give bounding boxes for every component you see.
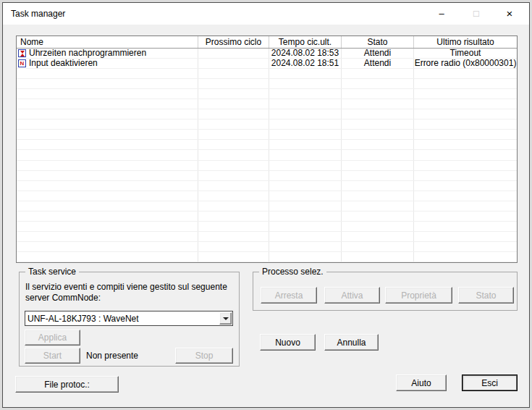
column-header-stato[interactable]: Stato [342, 36, 414, 48]
chevron-down-icon [223, 317, 229, 320]
selected-process-group-title: Processo selez. [259, 267, 326, 277]
service-status-text: Non presente [86, 351, 138, 361]
state-button[interactable]: Stato [458, 287, 514, 304]
stop-process-button[interactable]: Arresta [261, 287, 317, 304]
column-header-prossimo-ciclo[interactable]: Prossimo ciclo [198, 36, 269, 48]
empty-row [17, 181, 517, 191]
start-button[interactable]: Start [25, 348, 80, 364]
task-manager-window: Task manager – □ × Nome Prossimo ciclo T… [2, 2, 530, 408]
empty-row [17, 120, 517, 130]
task-table: Nome Prossimo ciclo Tempo cic.ult. Stato… [16, 35, 518, 263]
empty-row [17, 161, 517, 171]
apply-button[interactable]: Applica [25, 330, 80, 346]
task-service-group: Task service Il servizio eventi e compit… [19, 272, 240, 367]
status-cell: Attendi [342, 49, 414, 58]
commnode-server-select[interactable]: UNF-AL-18KJ793 : WaveNet [25, 311, 233, 326]
task-name-cell: Uhrzeiten nachprogrammieren [17, 49, 198, 58]
letter-n-icon: N [18, 59, 26, 67]
empty-row [17, 191, 517, 201]
maximize-button[interactable]: □ [466, 3, 486, 25]
task-name: Uhrzeiten nachprogrammieren [29, 49, 146, 58]
last-result-cell: Timeout [414, 49, 517, 58]
icon-letter: N [20, 60, 25, 67]
empty-row [17, 130, 517, 140]
empty-row [17, 212, 517, 222]
empty-row [17, 79, 517, 89]
log-file-button[interactable]: File protoc.: [15, 376, 119, 393]
empty-row [17, 242, 517, 252]
selected-process-group: Processo selez. Arresta Attiva Proprietà… [253, 272, 518, 311]
column-header-ultimo-risultato[interactable]: Ultimo risultato [414, 36, 517, 48]
hourglass-icon [18, 49, 26, 57]
commnode-server-value: UNF-AL-18KJ793 : WaveNet [25, 314, 219, 324]
task-service-group-title: Task service [25, 267, 79, 277]
last-cycle-time-cell: 2024.08.02 18:53 [269, 49, 342, 58]
next-cycle-cell [198, 59, 269, 68]
next-cycle-cell [198, 49, 269, 58]
task-service-description: Il servizio eventi e compiti viene gesti… [25, 282, 238, 304]
new-button[interactable]: Nuovo [260, 334, 316, 351]
exit-button[interactable]: Esci [462, 375, 518, 391]
activate-process-button[interactable]: Attiva [324, 287, 380, 304]
empty-row [17, 201, 517, 212]
last-result-cell: Errore radio (0x80000301) [414, 59, 517, 68]
empty-row [17, 150, 517, 160]
column-header-nome[interactable]: Nome [17, 36, 198, 48]
properties-button[interactable]: Proprietà [385, 287, 452, 304]
empty-row [17, 171, 517, 181]
titlebar: Task manager – □ × [3, 3, 529, 25]
hourglass-shape [20, 51, 25, 57]
empty-row [17, 99, 517, 109]
empty-row [17, 89, 517, 99]
empty-row [17, 222, 517, 232]
stop-button[interactable]: Stop [175, 348, 233, 364]
table-body: Uhrzeiten nachprogrammieren2024.08.02 18… [17, 49, 517, 262]
table-header: Nome Prossimo ciclo Tempo cic.ult. Stato… [17, 36, 517, 49]
task-name-cell: NInput deaktivieren [17, 59, 198, 68]
help-button[interactable]: Aiuto [396, 375, 447, 391]
empty-row [17, 140, 517, 150]
last-cycle-time-cell: 2024.08.02 18:51 [269, 59, 342, 68]
empty-row [17, 232, 517, 242]
empty-row [17, 109, 517, 120]
window-title: Task manager [11, 3, 65, 25]
combo-dropdown-button[interactable] [219, 312, 232, 325]
empty-row [17, 69, 517, 79]
close-icon[interactable]: × [499, 3, 520, 25]
cancel-button[interactable]: Annulla [324, 334, 379, 351]
column-header-tempo-cic-ult[interactable]: Tempo cic.ult. [269, 36, 342, 48]
empty-row [17, 252, 517, 262]
status-cell: Attendi [342, 59, 414, 68]
table-row[interactable]: NInput deaktivieren2024.08.02 18:51Atten… [17, 59, 517, 69]
minimize-button[interactable]: – [431, 3, 452, 25]
table-row[interactable]: Uhrzeiten nachprogrammieren2024.08.02 18… [17, 49, 517, 59]
task-name: Input deaktivieren [29, 59, 98, 68]
